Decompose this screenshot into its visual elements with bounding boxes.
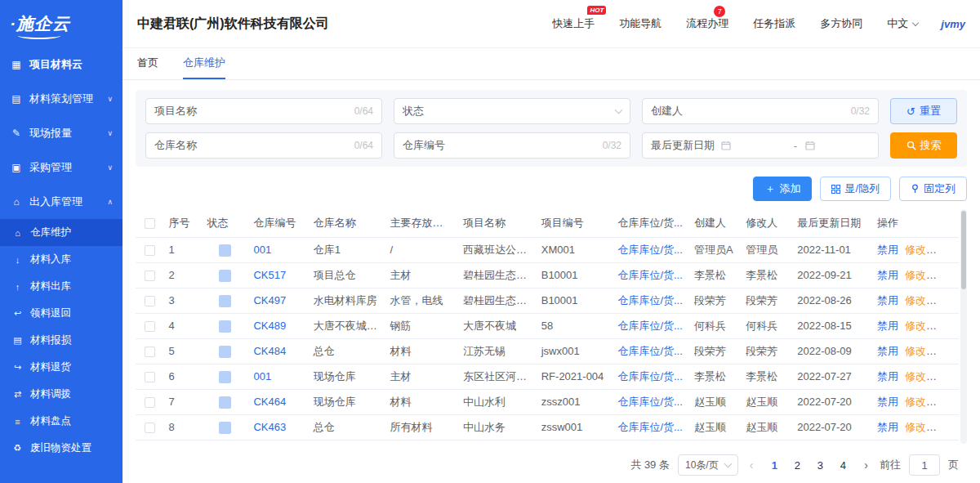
location-link[interactable]: 仓库库位/货... (617, 421, 682, 433)
sidebar-subitem-material-transfer[interactable]: ⇄材料调拨 (0, 381, 122, 408)
sidebar-subitem-material-refund[interactable]: ↪材料退货 (0, 354, 122, 381)
warehouse-code-link[interactable]: CK484 (253, 345, 286, 357)
sidebar-subitem-material-outbound[interactable]: ↑材料出库 (0, 273, 122, 300)
row-checkbox[interactable] (145, 423, 155, 433)
warehouse-code-link[interactable]: CK464 (253, 396, 286, 408)
filter-warehouse-name: 仓库名称 0/64 (145, 132, 382, 159)
modify-action[interactable]: 修改 (905, 396, 926, 408)
sidebar-item-site-measurement[interactable]: ✎现场报量∨ (0, 116, 122, 150)
filter-status-select[interactable]: 状态 (394, 98, 630, 124)
status-toggle[interactable] (219, 295, 231, 307)
modify-action[interactable]: 修改 (905, 421, 926, 433)
sidebar-item-project-material-cloud[interactable]: ▦项目材料云 (0, 47, 122, 82)
warehouse-code-link[interactable]: CK463 (253, 421, 286, 433)
row-checkbox[interactable] (145, 347, 155, 357)
modify-action[interactable]: 修改 (905, 370, 926, 382)
disable-action[interactable]: 禁用 (877, 396, 898, 408)
location-link[interactable]: 仓库库位/货... (617, 370, 682, 382)
prev-page-button[interactable]: ‹ (746, 458, 757, 472)
row-checkbox[interactable] (145, 372, 155, 382)
sidebar-item-material-planning[interactable]: ▤材料策划管理∨ (0, 82, 122, 116)
row-checkbox[interactable] (145, 271, 155, 281)
chevron-down-icon[interactable] (615, 106, 623, 114)
start-date-input[interactable] (737, 140, 786, 152)
nav-item-quick-start[interactable]: 快速上手HOT (552, 16, 595, 31)
status-toggle[interactable] (219, 346, 231, 358)
disable-action[interactable]: 禁用 (877, 320, 898, 332)
modify-action[interactable]: 修改 (905, 269, 926, 281)
sidebar-subitem-material-inbound[interactable]: ↓材料入库 (0, 246, 122, 273)
tab-warehouse-maintenance[interactable]: 仓库维护 (183, 47, 225, 79)
modify-action[interactable]: 修改 (905, 320, 926, 332)
nav-item-multi-collab[interactable]: 多方协同 (820, 16, 862, 31)
disable-action[interactable]: 禁用 (877, 244, 898, 256)
goto-page-input[interactable] (909, 454, 940, 476)
warehouse-code-link[interactable]: CK489 (253, 320, 286, 332)
status-toggle[interactable] (219, 422, 231, 434)
warehouse-code-link[interactable]: 001 (253, 370, 271, 382)
warehouse-code-input[interactable] (452, 140, 596, 152)
nav-item-function-nav[interactable]: 功能导航 (619, 16, 662, 31)
status-toggle[interactable] (219, 270, 231, 282)
warehouse-name-input[interactable] (203, 140, 348, 152)
nav-item-process-handling[interactable]: 流程办理7 (686, 16, 728, 31)
location-link[interactable]: 仓库库位/货... (617, 294, 682, 306)
select-all-checkbox[interactable] (145, 218, 155, 229)
row-checkbox[interactable] (145, 296, 155, 306)
end-date-input[interactable] (822, 140, 870, 152)
nav-item-task-assign[interactable]: 任务指派 (753, 16, 795, 31)
warehouse-code-link[interactable]: CK497 (253, 294, 286, 306)
nav-item-language[interactable]: 中文 (887, 16, 918, 31)
row-checkbox[interactable] (145, 321, 155, 332)
reset-button[interactable]: ↺ 重置 (890, 98, 957, 124)
modify-action[interactable]: 修改 (905, 244, 926, 256)
sidebar-subitem-material-stocktake[interactable]: ≡材料盘点 (0, 408, 122, 435)
row-checkbox[interactable] (145, 245, 155, 256)
modify-action[interactable]: 修改 (905, 345, 926, 357)
warehouse-code-link[interactable]: 001 (253, 244, 271, 256)
location-link[interactable]: 仓库库位/货... (617, 244, 682, 256)
sidebar-item-procurement[interactable]: ▣采购管理∨ (0, 150, 122, 185)
location-link[interactable]: 仓库库位/货... (617, 320, 682, 332)
disable-action[interactable]: 禁用 (877, 294, 898, 306)
page-button-1[interactable]: 1 (764, 454, 784, 476)
sidebar-subitem-warehouse-maintenance[interactable]: ⌂仓库维护 (0, 219, 122, 246)
modify-action[interactable]: 修改 (905, 294, 926, 306)
show-hide-columns-button[interactable]: 显/隐列 (820, 177, 891, 201)
sidebar-item-inventory-management[interactable]: ⌂出入库管理∧ (0, 185, 122, 219)
location-link[interactable]: 仓库库位/货... (617, 345, 682, 357)
status-toggle[interactable] (219, 244, 231, 257)
disable-action[interactable]: 禁用 (877, 269, 898, 281)
sidebar-subitem-waste-disposal[interactable]: ♻废旧物资处置 (0, 435, 122, 462)
page-button-2[interactable]: 2 (787, 454, 807, 476)
location-link[interactable]: 仓库库位/货... (617, 269, 682, 281)
page-button-4[interactable]: 4 (833, 454, 853, 476)
add-button[interactable]: ＋ 添加 (753, 177, 812, 201)
location-link[interactable]: 仓库库位/货... (617, 446, 682, 448)
search-button[interactable]: 搜索 (890, 132, 957, 159)
sidebar-subitem-material-return[interactable]: ↩领料退回 (0, 300, 122, 327)
disable-action[interactable]: 禁用 (877, 446, 898, 448)
status-toggle[interactable] (219, 320, 231, 333)
disable-action[interactable]: 禁用 (877, 345, 898, 357)
next-page-button[interactable]: › (861, 458, 871, 472)
modify-action[interactable]: 修改 (905, 446, 926, 448)
page-size-select[interactable]: 10条/页 (678, 454, 738, 476)
creator-input[interactable] (689, 105, 844, 118)
location-link[interactable]: 仓库库位/货... (617, 396, 682, 408)
sidebar-subitem-material-damage[interactable]: ▤材料报损 (0, 327, 122, 354)
tab-home[interactable]: 首页 (137, 47, 158, 79)
status-toggle[interactable] (219, 371, 231, 383)
page-button-3[interactable]: 3 (810, 454, 830, 476)
disable-action[interactable]: 禁用 (877, 370, 898, 382)
project-name-input[interactable] (203, 105, 348, 118)
row-checkbox[interactable] (145, 397, 155, 408)
warehouse-code-link[interactable]: CK517 (253, 269, 286, 281)
scrollbar-thumb[interactable] (961, 211, 966, 289)
warehouse-code-link[interactable]: CK445 (253, 446, 286, 447)
seq-cell: 4 (164, 313, 203, 338)
vertical-scrollbar[interactable] (960, 209, 967, 444)
disable-action[interactable]: 禁用 (877, 421, 898, 433)
fixed-columns-button[interactable]: 固定列 (899, 177, 967, 201)
status-toggle[interactable] (219, 396, 231, 409)
